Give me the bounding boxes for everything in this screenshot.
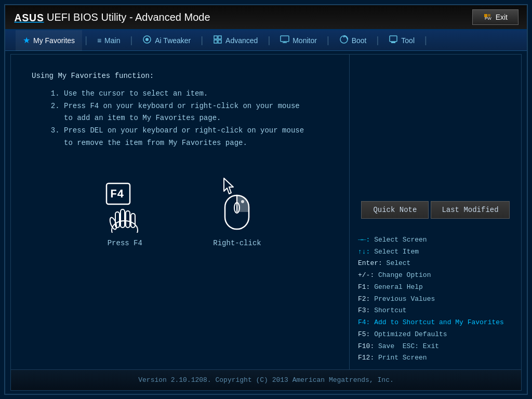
shortcut-enter: Enter: Select (358, 258, 513, 270)
nav-advanced[interactable]: Advanced (206, 30, 265, 51)
instructions-title: Using My Favorites function: (32, 70, 328, 83)
svg-rect-18 (391, 42, 395, 43)
main-icon: ≡ (97, 36, 101, 45)
svg-text:PWR: PWR (485, 16, 491, 21)
shortcut-select-screen: →←: Select Screen (358, 234, 513, 246)
nav-ai-tweaker[interactable]: Ai Tweaker (135, 30, 198, 51)
svg-rect-12 (281, 36, 289, 42)
shortcut-f4: F4: Add to Shortcut and My Favorites (358, 317, 513, 329)
svg-rect-9 (218, 36, 221, 39)
nav-main[interactable]: ≡ Main (90, 30, 128, 51)
quick-note-button[interactable]: Quick Note (361, 201, 429, 219)
content-area: Using My Favorites function: 1. Use the … (10, 54, 522, 391)
svg-text:F4: F4 (110, 188, 124, 201)
main-area: Using My Favorites function: 1. Use the … (11, 55, 521, 369)
nav-my-favorites[interactable]: ★ My Favorites (16, 30, 82, 51)
shortcut-f10: F10: Save ESC: Exit (358, 341, 513, 353)
svg-point-32 (241, 200, 244, 203)
svg-rect-19 (391, 42, 396, 42)
mouse-icon-container: Right-click (213, 176, 261, 247)
f4-label: Press F4 (108, 239, 142, 247)
header-title: UEFI BIOS Utility - Advanced Mode (47, 11, 210, 23)
advanced-icon (213, 35, 222, 46)
instruction-1: 1. Use the cursor to select an item. (32, 88, 328, 100)
last-modified-button[interactable]: Last Modified (431, 201, 509, 219)
icon-row: F4 (32, 176, 328, 247)
right-click-label: Right-click (213, 239, 261, 247)
star-icon: ★ (23, 35, 30, 45)
shortcut-f3: F3: Shortcut (358, 305, 513, 317)
nav-monitor[interactable]: Monitor (273, 30, 324, 51)
f4-press-icon: F4 (99, 181, 151, 233)
svg-rect-25 (126, 211, 130, 228)
tool-icon (389, 35, 398, 46)
f4-icon-container: F4 (99, 181, 151, 247)
shortcut-f1: F1: General Help (358, 282, 513, 294)
right-panel: Quick Note Last Modified →←: Select Scre… (350, 55, 521, 369)
svg-rect-24 (121, 209, 125, 228)
boot-icon (339, 35, 349, 46)
svg-rect-11 (218, 40, 221, 43)
shortcut-change-option: +/-: Change Option (358, 270, 513, 282)
svg-rect-26 (131, 214, 135, 228)
svg-rect-8 (214, 36, 217, 39)
instructions: Using My Favorites function: 1. Use the … (32, 70, 328, 150)
svg-text:ASUS: ASUS (15, 12, 44, 23)
svg-rect-2 (15, 22, 44, 23)
left-panel: Using My Favorites function: 1. Use the … (11, 55, 350, 369)
monitor-icon (280, 35, 289, 46)
svg-point-7 (145, 38, 149, 41)
asus-logo: ASUS (14, 10, 45, 24)
tweaker-icon (142, 35, 152, 46)
nav-boot[interactable]: Boot (332, 30, 374, 51)
shortcut-f5: F5: Optimized Defaults (358, 329, 513, 341)
asus-logo-icon: ASUS (14, 10, 45, 24)
right-panel-spacer (358, 60, 513, 201)
shortcut-f2: F2: Previous Values (358, 294, 513, 305)
outer-frame: ASUS UEFI BIOS Utility - Advanced Mode P… (4, 4, 528, 395)
nav-tool[interactable]: Tool (381, 30, 422, 51)
svg-rect-17 (390, 36, 397, 42)
header: ASUS UEFI BIOS Utility - Advanced Mode P… (5, 5, 527, 30)
footer-text: Version 2.10.1208. Copyright (C) 2013 Am… (138, 376, 393, 384)
shortcuts-panel: →←: Select Screen ↑↓: Select Item Enter:… (358, 234, 513, 364)
svg-point-27 (109, 217, 118, 230)
instruction-3: 3. Press DEL on your keyboard or right-c… (32, 125, 328, 150)
footer: Version 2.10.1208. Copyright (C) 2013 Am… (11, 369, 521, 390)
instruction-2: 2. Press F4 on your keyboard or right-cl… (32, 100, 328, 125)
exit-button[interactable]: PWR Exit (472, 9, 518, 25)
navbar: ★ My Favorites | ≡ Main | Ai Tweaker | A… (5, 30, 527, 51)
shortcut-f12: F12: Print Screen (358, 352, 513, 364)
svg-marker-28 (224, 178, 233, 194)
shortcut-select-item: ↑↓: Select Item (358, 246, 513, 258)
panel-buttons: Quick Note Last Modified (358, 201, 513, 219)
exit-icon: PWR (483, 13, 491, 21)
svg-rect-10 (214, 40, 217, 43)
mouse-right-click-icon (214, 176, 260, 233)
